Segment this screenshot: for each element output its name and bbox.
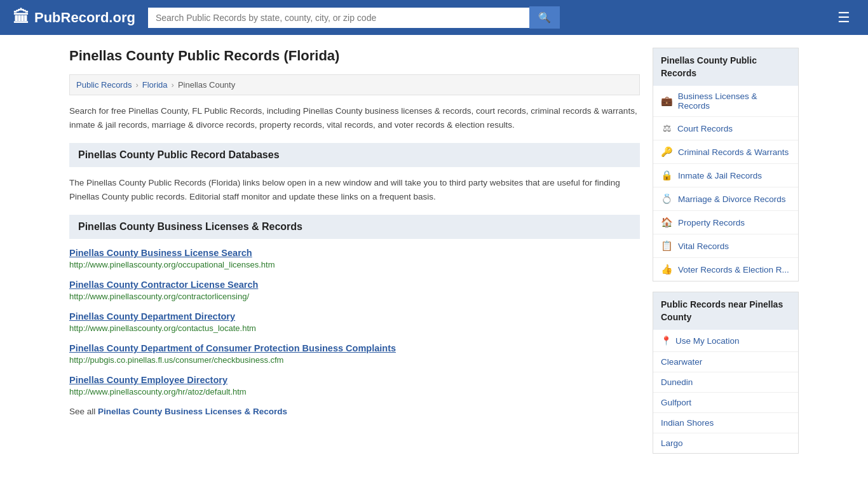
home-icon: 🏠 (661, 217, 673, 228)
county-records-box: Pinellas County Public Records 💼 Busines… (653, 48, 799, 281)
record-title[interactable]: Pinellas County Business License Search (69, 248, 640, 258)
clipboard-icon: 📋 (661, 240, 673, 252)
description-text: Search for free Pinellas County, FL Publ… (69, 104, 640, 132)
sidebar-item-label: Marriage & Divorce Records (678, 194, 786, 204)
use-location-label: Use My Location (675, 336, 740, 346)
record-entry: Pinellas County Business License Search … (69, 248, 640, 269)
record-entry: Pinellas County Contractor License Searc… (69, 280, 640, 301)
nearby-box: Public Records near Pinellas County 📍 Us… (653, 292, 799, 454)
search-area: 🔍 (148, 6, 820, 29)
search-button[interactable]: 🔍 (529, 6, 560, 29)
page-title: Pinellas County Public Records (Florida) (69, 48, 640, 64)
record-title[interactable]: Pinellas County Contractor License Searc… (69, 280, 640, 290)
search-input[interactable] (148, 8, 529, 28)
sidebar-item-label: Vital Records (678, 241, 729, 251)
sidebar-item-label: Business Licenses & Records (678, 92, 790, 111)
sidebar: Pinellas County Public Records 💼 Busines… (653, 48, 799, 464)
scales-icon: ⚖ (661, 123, 672, 134)
nearby-city-gulfport[interactable]: Gulfport (653, 393, 798, 413)
sidebar-item-label: Inmate & Jail Records (678, 171, 762, 180)
record-url: http://www.pinellascounty.org/occupation… (69, 260, 640, 269)
briefcase-icon: 💼 (661, 95, 673, 107)
use-location-item[interactable]: 📍 Use My Location (653, 330, 798, 352)
breadcrumb-current: Pinellas County (178, 80, 235, 90)
sidebar-item-criminal-records[interactable]: 🔑 Criminal Records & Warrants (653, 140, 798, 164)
record-url: http://pubgis.co.pinellas.fl.us/consumer… (69, 355, 640, 365)
logo-icon: 🏛 (13, 8, 29, 27)
logo[interactable]: 🏛 PubRecord.org (13, 8, 135, 27)
record-entry: Pinellas County Employee Directory http:… (69, 375, 640, 396)
menu-button[interactable]: ☰ (832, 7, 855, 29)
sidebar-item-inmate-records[interactable]: 🔒 Inmate & Jail Records (653, 164, 798, 187)
record-entry: Pinellas County Department of Consumer P… (69, 343, 640, 365)
sidebar-item-label: Property Records (678, 218, 745, 227)
logo-text: PubRecord.org (34, 10, 135, 26)
record-url: http://www.pinellascounty.org/hr/atoz/de… (69, 387, 640, 396)
header: 🏛 PubRecord.org 🔍 ☰ (0, 0, 868, 35)
content-area: Pinellas County Public Records (Florida)… (69, 48, 640, 464)
thumbsup-icon: 👍 (661, 264, 673, 275)
sidebar-item-label: Court Records (677, 124, 733, 133)
record-entry: Pinellas County Department Directory htt… (69, 311, 640, 333)
record-url: http://www.pinellascounty.org/contactus_… (69, 323, 640, 333)
sidebar-item-label: Criminal Records & Warrants (678, 147, 789, 157)
breadcrumb: Public Records › Florida › Pinellas Coun… (69, 74, 640, 95)
see-all-link[interactable]: Pinellas County Business Licenses & Reco… (98, 407, 287, 416)
nearby-city-largo[interactable]: Largo (653, 433, 798, 453)
record-url: http://www.pinellascounty.org/contractor… (69, 292, 640, 301)
breadcrumb-sep-1: › (135, 80, 138, 90)
sidebar-item-business-licenses[interactable]: 💼 Business Licenses & Records (653, 86, 798, 117)
sidebar-item-marriage-records[interactable]: 💍 Marriage & Divorce Records (653, 187, 798, 211)
breadcrumb-florida[interactable]: Florida (142, 80, 168, 90)
sidebar-item-label: Voter Records & Election R... (678, 265, 789, 274)
breadcrumb-sep-2: › (172, 80, 174, 90)
record-title[interactable]: Pinellas County Employee Directory (69, 375, 640, 385)
record-title[interactable]: Pinellas County Department of Consumer P… (69, 343, 640, 353)
sidebar-item-vital-records[interactable]: 📋 Vital Records (653, 234, 798, 258)
lock-icon: 🔒 (661, 170, 673, 181)
sidebar-item-court-records[interactable]: ⚖ Court Records (653, 117, 798, 140)
databases-section-header: Pinellas County Public Record Databases (69, 143, 640, 167)
ring-icon: 💍 (661, 193, 673, 205)
main-container: Pinellas County Public Records (Florida)… (59, 35, 809, 477)
see-all-text: See all Pinellas County Business License… (69, 407, 640, 416)
breadcrumb-public-records[interactable]: Public Records (76, 80, 132, 90)
key-icon: 🔑 (661, 146, 673, 158)
menu-icon: ☰ (837, 10, 850, 25)
records-list: Pinellas County Business License Search … (69, 248, 640, 396)
county-box-title: Pinellas County Public Records (653, 48, 798, 86)
sidebar-item-property-records[interactable]: 🏠 Property Records (653, 211, 798, 234)
record-title[interactable]: Pinellas County Department Directory (69, 311, 640, 322)
databases-description: The Pinellas County Public Records (Flor… (69, 176, 640, 203)
sidebar-item-voter-records[interactable]: 👍 Voter Records & Election R... (653, 258, 798, 281)
location-pin-icon: 📍 (661, 336, 672, 346)
nearby-city-clearwater[interactable]: Clearwater (653, 352, 798, 372)
nearby-city-indian-shores[interactable]: Indian Shores (653, 413, 798, 433)
nearby-box-title: Public Records near Pinellas County (653, 292, 798, 330)
search-icon: 🔍 (538, 12, 551, 23)
nearby-city-dunedin[interactable]: Dunedin (653, 372, 798, 393)
business-section-header: Pinellas County Business Licenses & Reco… (69, 215, 640, 239)
